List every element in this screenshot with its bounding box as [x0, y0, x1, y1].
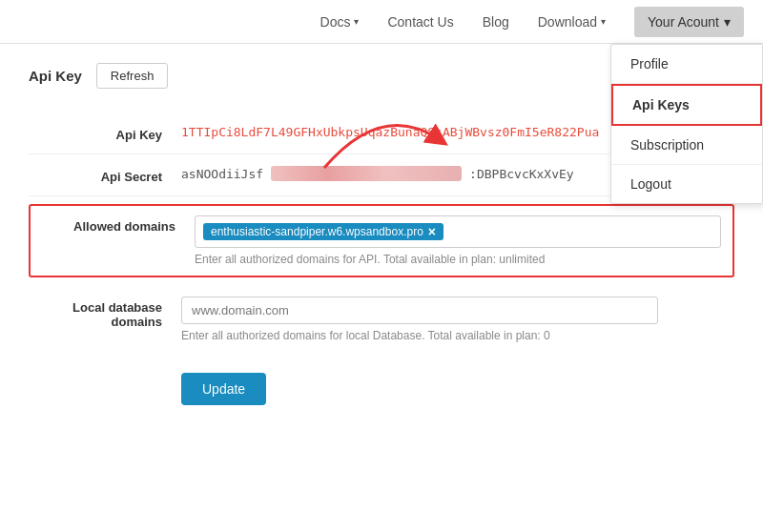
- dropdown-item-api-keys[interactable]: Api Keys: [611, 84, 762, 126]
- account-dropdown-menu: Profile Api Keys Subscription Logout: [610, 44, 763, 204]
- navbar: Docs ▾ Contact Us Blog Download ▾ Your A…: [0, 0, 763, 44]
- refresh-button[interactable]: Refresh: [96, 63, 169, 89]
- docs-menu[interactable]: Docs ▾: [320, 14, 360, 30]
- local-db-row: Local database domains Enter all authori…: [29, 285, 734, 354]
- domain-tag-close[interactable]: ×: [428, 225, 436, 238]
- blog-link[interactable]: Blog: [483, 14, 509, 30]
- api-secret-hidden-portion: [271, 166, 462, 181]
- api-secret-label: Api Secret: [29, 166, 181, 184]
- dropdown-item-profile[interactable]: Profile: [611, 45, 762, 84]
- local-db-input[interactable]: [181, 297, 658, 324]
- allowed-domains-value-container: enthusiastic-sandpiper.w6.wpsandbox.pro …: [195, 215, 721, 266]
- allowed-domains-helper: Enter all authorized domains for API. To…: [195, 253, 721, 266]
- api-secret-prefix: asNOOdiiJsf: [181, 167, 263, 181]
- navbar-links: Docs ▾ Contact Us Blog Download ▾ Your A…: [320, 7, 744, 37]
- dropdown-item-logout[interactable]: Logout: [611, 165, 762, 203]
- api-secret-suffix: :DBPBcvcKxXvEy: [469, 167, 574, 181]
- download-menu[interactable]: Download ▾: [538, 14, 606, 30]
- api-key-value: 1TTIpCi8LdF7L49GFHxUbkpsUqazBunaQSsABjWB…: [181, 121, 599, 139]
- local-db-label: Local database domains: [29, 297, 181, 329]
- domain-tag: enthusiastic-sandpiper.w6.wpsandbox.pro …: [203, 223, 443, 240]
- your-account-chevron: ▾: [724, 14, 731, 30]
- allowed-domains-input[interactable]: enthusiastic-sandpiper.w6.wpsandbox.pro …: [195, 215, 721, 248]
- contact-link[interactable]: Contact Us: [387, 14, 453, 30]
- local-db-value-container: Enter all authorized domains for local D…: [181, 297, 734, 342]
- allowed-domains-row: Allowed domains enthusiastic-sandpiper.w…: [29, 204, 734, 277]
- docs-label: Docs: [320, 14, 351, 30]
- download-label: Download: [538, 14, 597, 30]
- domain-tag-text: enthusiastic-sandpiper.w6.wpsandbox.pro: [211, 225, 423, 238]
- docs-chevron: ▾: [354, 16, 359, 27]
- api-key-label: Api Key: [29, 124, 181, 142]
- your-account-label: Your Acount: [648, 14, 719, 30]
- update-button[interactable]: Update: [181, 373, 266, 405]
- allowed-domains-label: Allowed domains: [42, 215, 195, 234]
- download-chevron: ▾: [601, 16, 606, 27]
- api-key-section-title: Api Key: [29, 68, 82, 84]
- local-db-helper: Enter all authorized domains for local D…: [181, 329, 734, 342]
- your-account-menu[interactable]: Your Acount ▾: [634, 7, 744, 37]
- dropdown-item-subscription[interactable]: Subscription: [611, 126, 762, 165]
